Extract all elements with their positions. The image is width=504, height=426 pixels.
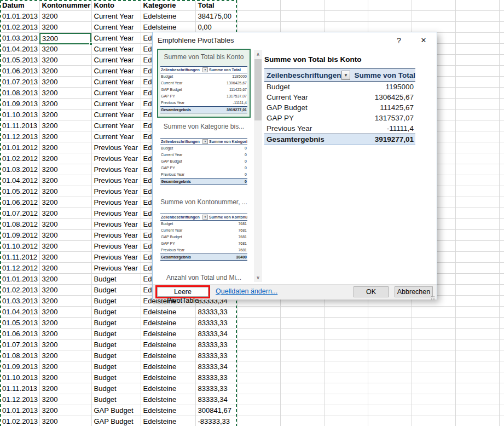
sheet-cell[interactable]: Edelsteine xyxy=(141,394,195,405)
close-icon[interactable]: ✕ xyxy=(417,32,430,49)
sheet-cell[interactable]: 3200 xyxy=(39,55,91,66)
sheet-cell[interactable]: 01.08.2013 xyxy=(0,88,39,99)
sheet-cell[interactable]: Current Year xyxy=(91,44,141,55)
sheet-cell[interactable]: 83333,33 xyxy=(195,350,237,361)
sheet-cell[interactable]: Budget xyxy=(91,307,141,318)
sheet-cell[interactable]: 3200 xyxy=(39,66,91,77)
sheet-cell[interactable]: 3200 xyxy=(39,22,91,33)
sheet-cell[interactable]: 01.10.2013 xyxy=(0,110,39,120)
sheet-cell[interactable]: 01.07.2013 xyxy=(0,339,39,350)
sheet-cell[interactable]: 01.08.2012 xyxy=(0,219,39,230)
sheet-cell[interactable]: 3200 xyxy=(39,175,91,186)
filter-dropdown-button[interactable]: ▼ xyxy=(341,71,351,80)
sheet-cell[interactable]: Previous Year xyxy=(91,153,141,164)
thumbnail-scrollbar[interactable]: ∧ ∨ xyxy=(254,50,262,282)
sheet-cell[interactable]: 3200 xyxy=(39,372,91,383)
sheet-cell[interactable]: 3200 xyxy=(39,416,91,426)
sheet-cell[interactable]: Edelsteine xyxy=(141,361,195,372)
sheet-cell[interactable]: 01.04.2012 xyxy=(0,175,39,186)
sheet-cell[interactable]: 01.06.2013 xyxy=(0,329,39,339)
sheet-cell[interactable]: Current Year xyxy=(91,66,141,77)
sheet-cell[interactable]: 83333,34 xyxy=(195,361,237,372)
sheet-cell[interactable]: Budget xyxy=(91,383,141,394)
sheet-cell[interactable]: Current Year xyxy=(91,33,141,44)
sheet-cell[interactable]: 01.07.2012 xyxy=(0,208,39,219)
sheet-cell[interactable]: Previous Year xyxy=(91,241,141,252)
sheet-cell[interactable]: 3200 xyxy=(39,208,91,219)
pivot-thumbnail-3[interactable]: Summe von Kontonummer, ...Zeilenbeschrif… xyxy=(157,198,251,261)
change-source-data-link[interactable]: Quelldaten ändern... xyxy=(216,287,277,295)
sheet-cell[interactable]: 01.05.2013 xyxy=(0,55,39,66)
sheet-cell[interactable]: Budget xyxy=(91,339,141,350)
scrollbar-thumb[interactable] xyxy=(254,59,262,120)
sheet-cell[interactable]: Budget xyxy=(91,361,141,372)
selected-cell[interactable]: 3200 xyxy=(39,33,91,44)
sheet-cell[interactable]: 01.06.2012 xyxy=(0,197,39,208)
sheet-cell[interactable]: 3200 xyxy=(39,44,91,55)
sheet-cell[interactable]: Edelsteine xyxy=(141,307,195,318)
sheet-cell[interactable]: Edelsteine xyxy=(141,22,195,33)
sheet-cell[interactable]: 3200 xyxy=(39,142,91,153)
sheet-cell[interactable]: 01.04.2013 xyxy=(0,307,39,318)
sheet-cell[interactable]: 01.04.2013 xyxy=(0,44,39,55)
sheet-cell[interactable]: 3200 xyxy=(39,285,91,296)
sheet-cell[interactable]: 3200 xyxy=(39,274,91,285)
sheet-cell[interactable]: Edelsteine xyxy=(141,350,195,361)
sheet-cell[interactable]: Current Year xyxy=(91,131,141,142)
sheet-cell[interactable]: 01.09.2013 xyxy=(0,361,39,372)
sheet-cell[interactable]: 3200 xyxy=(39,339,91,350)
sheet-cell[interactable]: 3200 xyxy=(39,230,91,241)
pivot-thumbnail-4[interactable]: Anzahl von Total und Mi...Zeilenbeschrif… xyxy=(157,274,251,282)
cancel-button[interactable]: Abbrechen xyxy=(395,286,433,297)
sheet-cell[interactable]: 83333,34 xyxy=(195,394,237,405)
resize-grip[interactable] xyxy=(433,296,435,297)
sheet-cell[interactable]: 3200 xyxy=(39,99,91,110)
sheet-cell[interactable]: 01.08.2013 xyxy=(0,350,39,361)
sheet-cell[interactable]: Current Year xyxy=(91,110,141,120)
sheet-cell[interactable]: GAP Budget xyxy=(91,416,141,426)
fill-handle[interactable] xyxy=(89,42,92,45)
sheet-cell[interactable]: 83333,33 xyxy=(195,318,237,329)
sheet-cell[interactable]: 384175,00 xyxy=(195,11,237,22)
sheet-cell[interactable]: Current Year xyxy=(91,11,141,22)
sheet-cell[interactable]: Current Year xyxy=(91,88,141,99)
sheet-cell[interactable]: Edelsteine xyxy=(141,372,195,383)
sheet-cell[interactable]: 3200 xyxy=(39,219,91,230)
dialog-titlebar[interactable]: Empfohlene PivotTables ? ✕ xyxy=(153,32,437,49)
sheet-cell[interactable]: 01.02.2013 xyxy=(0,285,39,296)
sheet-cell[interactable]: 3200 xyxy=(39,318,91,329)
sheet-cell[interactable]: 3200 xyxy=(39,361,91,372)
sheet-cell[interactable]: -83333,33 xyxy=(195,416,237,426)
sheet-cell[interactable]: Edelsteine xyxy=(141,339,195,350)
sheet-cell[interactable]: 3200 xyxy=(39,252,91,263)
sheet-cell[interactable]: 01.03.2013 xyxy=(0,296,39,307)
sheet-cell[interactable]: Edelsteine xyxy=(141,11,195,22)
sheet-cell[interactable]: 01.06.2013 xyxy=(0,66,39,77)
sheet-cell[interactable]: 01.12.2013 xyxy=(0,131,39,142)
sheet-cell[interactable]: 01.11.2012 xyxy=(0,252,39,263)
sheet-cell[interactable]: Budget xyxy=(91,274,141,285)
sheet-cell[interactable]: 01.03.2012 xyxy=(0,164,39,175)
sheet-cell[interactable]: Previous Year xyxy=(91,142,141,153)
sheet-cell[interactable]: Edelsteine xyxy=(141,405,195,416)
column-header[interactable]: Kategorie xyxy=(141,0,195,11)
sheet-cell[interactable]: Previous Year xyxy=(91,252,141,263)
sheet-cell[interactable]: 01.12.2012 xyxy=(0,263,39,274)
sheet-cell[interactable]: 01.09.2013 xyxy=(0,99,39,110)
sheet-cell[interactable]: 3200 xyxy=(39,383,91,394)
sheet-cell[interactable]: 01.09.2012 xyxy=(0,230,39,241)
sheet-cell[interactable]: 01.12.2013 xyxy=(0,394,39,405)
sheet-cell[interactable]: 01.02.2013 xyxy=(0,416,39,426)
sheet-cell[interactable]: 3200 xyxy=(39,296,91,307)
sheet-cell[interactable]: 83333,33 xyxy=(195,372,237,383)
sheet-cell[interactable]: 3200 xyxy=(39,394,91,405)
pivot-thumbnail-1[interactable]: Summe von Total bis KontoZeilenbeschrift… xyxy=(157,49,251,118)
sheet-cell[interactable]: Budget xyxy=(91,372,141,383)
sheet-cell[interactable]: Budget xyxy=(91,394,141,405)
sheet-cell[interactable]: 0,00 xyxy=(195,22,237,33)
sheet-cell[interactable]: 3200 xyxy=(39,241,91,252)
sheet-cell[interactable]: 3200 xyxy=(39,120,91,131)
sheet-cell[interactable]: 01.02.2012 xyxy=(0,153,39,164)
sheet-cell[interactable]: Edelsteine xyxy=(141,383,195,394)
scroll-up-icon[interactable]: ∧ xyxy=(254,50,262,59)
